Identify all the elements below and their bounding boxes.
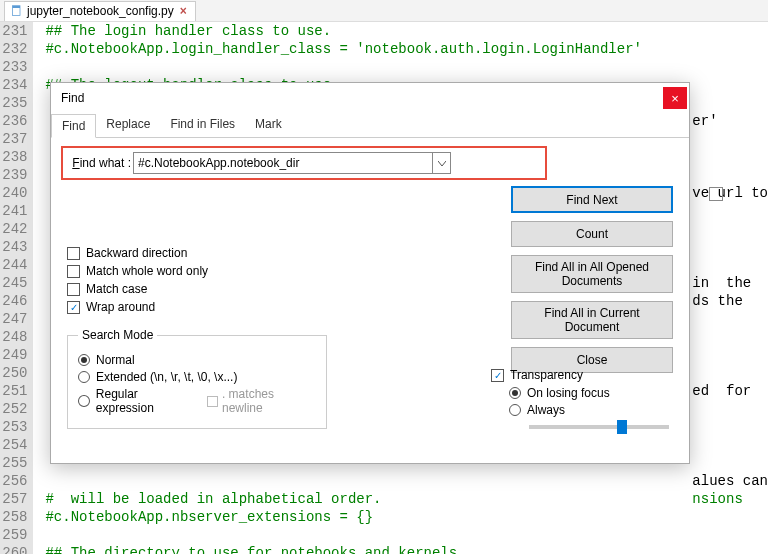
transparency-checkbox[interactable]: Transparency (491, 368, 673, 382)
find-all-opened-button[interactable]: Find All in All Opened Documents (511, 255, 673, 293)
dialog-titlebar[interactable]: Find × (51, 83, 689, 113)
button-column: Find Next Count Find All in All Opened D… (511, 186, 673, 373)
find-combo (133, 152, 673, 174)
svg-rect-1 (13, 6, 21, 8)
file-tab-name: jupyter_notebook_config.py (27, 4, 174, 18)
file-icon (11, 5, 23, 17)
find-input[interactable] (133, 152, 433, 174)
search-mode-legend: Search Mode (78, 328, 157, 342)
file-tab-bar: jupyter_notebook_config.py × (0, 0, 768, 22)
radio-always[interactable]: Always (509, 403, 673, 417)
transparency-slider[interactable] (529, 425, 669, 429)
tab-mark[interactable]: Mark (245, 113, 292, 137)
file-tab[interactable]: jupyter_notebook_config.py × (4, 1, 196, 21)
dropdown-arrow-icon[interactable] (433, 152, 451, 174)
find-row: Find what : (67, 152, 673, 174)
radio-on-losing-focus[interactable]: On losing focus (509, 386, 673, 400)
find-label: Find what : (67, 156, 131, 170)
dialog-title: Find (61, 91, 84, 105)
tab-find[interactable]: Find (51, 114, 96, 138)
close-button[interactable]: × (663, 87, 687, 109)
find-dialog: Find × FindReplaceFind in FilesMark Find… (50, 82, 690, 464)
find-next-button[interactable]: Find Next (511, 186, 673, 213)
count-button[interactable]: Count (511, 221, 673, 247)
radio-extended[interactable]: Extended (\n, \r, \t, \0, \x...) (78, 370, 316, 384)
close-icon[interactable]: × (178, 4, 189, 18)
radio-regex[interactable]: Regular expression. matches newline (78, 387, 316, 415)
dialog-body: Find what : Find Next Count Find All in … (51, 138, 689, 463)
dialog-tabs: FindReplaceFind in FilesMark (51, 113, 689, 138)
find-all-current-button[interactable]: Find All in Current Document (511, 301, 673, 339)
transparency-group: Transparency On losing focus Always (491, 368, 673, 429)
search-mode-group: Search Mode Normal Extended (\n, \r, \t,… (67, 328, 327, 429)
slider-thumb[interactable] (617, 420, 627, 434)
pin-checkbox[interactable] (709, 187, 723, 201)
tab-replace[interactable]: Replace (96, 113, 160, 137)
radio-normal[interactable]: Normal (78, 353, 316, 367)
matches-newline: . matches newline (207, 387, 316, 415)
line-gutter: 2312322332342352362372382392402412422432… (0, 22, 33, 554)
tab-find-in-files[interactable]: Find in Files (160, 113, 245, 137)
